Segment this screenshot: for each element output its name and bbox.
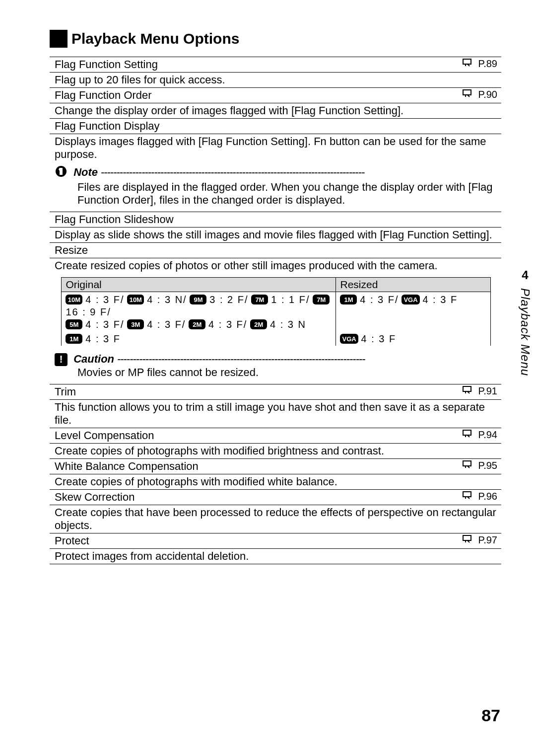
caution-body: Movies or MP files cannot be resized.	[77, 366, 497, 379]
page-ref-text: P.91	[478, 385, 497, 397]
resize-row-resized: VGA 4 : 3 F	[336, 331, 490, 346]
resize-header-resized: Resized	[336, 278, 490, 292]
page-ref-text: P.95	[478, 460, 497, 471]
page-ref-text: P.94	[478, 429, 497, 441]
megapixel-badge: VGA	[402, 295, 419, 304]
megapixel-badge: 7M	[251, 295, 268, 304]
resize-row-original: 10M 4 : 3 F/ 10M 4 : 3 N/ 9M 3 : 2 F/ 7M…	[62, 292, 336, 331]
option-desc: Display as slide shows the still images …	[55, 228, 492, 241]
option-desc: Protect images from accidental deletion.	[55, 550, 249, 562]
crossref-icon	[462, 58, 476, 70]
option-title: Protect	[55, 534, 89, 547]
resize-row-original: 1M 4 : 3 F	[62, 331, 336, 346]
page-ref-text: P.90	[478, 89, 497, 100]
crossref-icon	[462, 491, 476, 502]
aspect-ratio: 4 : 3 F/	[208, 319, 247, 330]
resize-header-original: Original	[62, 278, 336, 292]
caution-block: Caution --------------------------------…	[55, 351, 497, 383]
aspect-ratio: 4 : 3 F	[85, 333, 121, 344]
chapter-label: Playback Menu	[518, 288, 532, 376]
crossref-icon	[462, 89, 476, 100]
heading-marker	[50, 30, 67, 48]
option-desc: Displays images flagged with [Flag Funct…	[55, 135, 486, 160]
aspect-ratio: 1 : 1 F/	[271, 294, 310, 305]
megapixel-badge: 2M	[189, 319, 205, 329]
megapixel-badge: 7M	[313, 295, 330, 304]
side-tab: 4 Playback Menu	[518, 268, 532, 376]
aspect-ratio: 4 : 3 F	[422, 294, 458, 305]
page-ref-text: P.97	[478, 534, 497, 546]
option-desc: Create copies of photographs with modifi…	[55, 445, 384, 457]
aspect-ratio: 4 : 3 F/	[85, 294, 124, 305]
option-title: Level Compensation	[55, 429, 154, 442]
resize-table: Original Resized 10M 4 : 3 F/ 10M 4 : 3 …	[61, 277, 490, 346]
aspect-ratio: 4 : 3 N	[270, 319, 306, 330]
option-title: Trim	[55, 385, 76, 398]
crossref-icon	[462, 429, 476, 441]
option-title: White Balance Compensation	[55, 460, 199, 472]
aspect-ratio: 4 : 3 F	[361, 333, 397, 344]
option-desc: Create resized copies of photos or other…	[55, 259, 438, 272]
page-ref: P.94	[462, 429, 497, 441]
aspect-ratio: 4 : 3 N/	[147, 294, 187, 305]
megapixel-badge: 2M	[250, 319, 267, 329]
aspect-ratio: 16 : 9 F/	[66, 306, 111, 317]
option-title: Flag Function Slideshow	[55, 213, 174, 226]
page-ref: P.96	[462, 491, 497, 502]
megapixel-badge: 9M	[190, 295, 206, 304]
aspect-ratio: 4 : 3 F/	[85, 319, 124, 330]
caution-icon	[55, 353, 67, 366]
option-desc: This function allows you to trim a still…	[55, 401, 485, 426]
section-heading: Playback Menu Options	[50, 30, 501, 48]
crossref-icon	[462, 460, 476, 471]
option-desc: Create copies that have been processed t…	[55, 506, 496, 531]
page-ref-text: P.89	[478, 58, 497, 70]
option-title: Resize	[55, 244, 88, 256]
option-desc: Change the display order of images flagg…	[55, 104, 403, 117]
resize-row-resized: 1M 4 : 3 F/ VGA 4 : 3 F	[336, 292, 490, 331]
options-table: Flag Function Setting P.89 Flag up to 20…	[50, 57, 501, 564]
crossref-icon	[462, 385, 476, 397]
note-body: Files are displayed in the flagged order…	[77, 181, 497, 207]
page-ref: P.89	[462, 58, 497, 70]
option-desc: Flag up to 20 files for quick access.	[55, 74, 225, 86]
option-title: Skew Correction	[55, 491, 134, 503]
page-ref: P.91	[462, 385, 497, 397]
megapixel-badge: 3M	[127, 319, 144, 329]
chapter-number: 4	[522, 268, 528, 282]
page-ref: P.95	[462, 460, 497, 471]
aspect-ratio: 3 : 2 F/	[209, 294, 248, 305]
megapixel-badge: 1M	[66, 334, 82, 344]
page-number: 87	[481, 706, 500, 725]
aspect-ratio: 4 : 3 F/	[360, 294, 399, 305]
page-ref: P.90	[462, 89, 497, 100]
crossref-icon	[462, 534, 476, 546]
aspect-ratio: 4 : 3 F/	[147, 319, 186, 330]
option-desc: Create copies of photographs with modifi…	[55, 475, 337, 488]
page-ref-text: P.96	[478, 491, 497, 502]
megapixel-badge: 1M	[340, 295, 357, 304]
megapixel-badge: 5M	[66, 319, 82, 329]
megapixel-badge: 10M	[66, 295, 82, 304]
heading-text: Playback Menu Options	[71, 30, 239, 47]
page-ref: P.97	[462, 534, 497, 546]
megapixel-badge: 10M	[127, 295, 144, 304]
note-block: Note -----------------------------------…	[55, 163, 497, 211]
note-label: Note	[73, 166, 98, 178]
option-title: Flag Function Setting	[55, 58, 158, 71]
note-icon	[55, 165, 67, 181]
option-title: Flag Function Order	[55, 89, 152, 101]
megapixel-badge: VGA	[340, 334, 358, 344]
option-title: Flag Function Display	[55, 120, 160, 132]
caution-label: Caution	[73, 353, 114, 365]
